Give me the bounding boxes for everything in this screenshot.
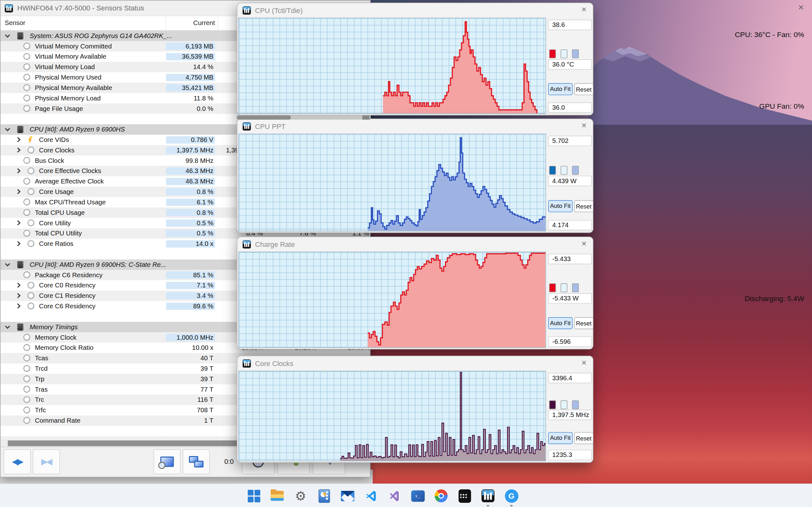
sensor-clock-icon	[23, 365, 30, 372]
series-color-swatch[interactable]	[549, 166, 556, 175]
sensor-clock-icon	[23, 406, 30, 413]
sensor-current-value: 0.5 %	[166, 219, 215, 227]
graph-color-swatches[interactable]	[549, 400, 579, 409]
graph-titlebar[interactable]: Core Clocks	[237, 356, 593, 371]
monitor-search-button[interactable]	[154, 449, 181, 474]
sensor-current-value: 4,750 MB	[166, 73, 215, 81]
expand-chevron-icon[interactable]	[15, 137, 20, 142]
auto-fit-button[interactable]: Auto Fit	[548, 200, 572, 212]
expand-columns-button[interactable]: ◀▶	[3, 449, 31, 474]
reset-button[interactable]: Reset	[574, 317, 594, 329]
collapse-chevron-icon[interactable]	[5, 33, 10, 38]
close-icon[interactable]: ×	[581, 239, 587, 249]
settings-gear-icon: ⚙	[295, 490, 306, 502]
sensor-clock-icon	[23, 230, 30, 236]
graph-titlebar[interactable]: CPU PPT	[237, 119, 593, 134]
voltage-bolt-icon	[28, 136, 33, 144]
background-color-swatch[interactable]	[560, 49, 567, 58]
taskbar: ⚙ ›_ G G ENG 23:48 23-Feb-23 1	[0, 484, 812, 507]
graph-plot-area[interactable]	[239, 371, 546, 461]
vscode-button[interactable]	[364, 489, 378, 503]
mail-button[interactable]	[340, 489, 354, 503]
sensor-clock-icon	[23, 376, 30, 382]
auto-fit-button[interactable]: Auto Fit	[548, 317, 572, 329]
ghelper-taskbar-button[interactable]: G	[504, 489, 518, 503]
background-color-swatch[interactable]	[560, 166, 567, 175]
sensor-current-value: 40 T	[166, 354, 215, 361]
windows-start-icon	[247, 490, 260, 502]
graph-plot-area[interactable]	[239, 134, 546, 232]
expand-chevron-icon[interactable]	[15, 147, 20, 153]
close-icon[interactable]: ×	[798, 2, 803, 13]
graph-titlebar[interactable]: CPU (Tctl/Tdie)	[237, 3, 593, 18]
grid-color-swatch[interactable]	[572, 49, 578, 58]
collapse-chevron-icon[interactable]	[5, 126, 10, 131]
close-icon[interactable]: ×	[581, 358, 587, 368]
powershell-icon: ›_	[411, 490, 425, 502]
graph-title: Core Clocks	[255, 360, 293, 368]
graph-color-swatches[interactable]	[549, 166, 579, 175]
expand-chevron-icon[interactable]	[15, 293, 20, 298]
expand-chevron-icon[interactable]	[15, 189, 20, 194]
graph-horizontal-scrollbar[interactable]	[237, 115, 371, 119]
ghelper-icon: G	[505, 489, 518, 503]
hwinfo-app-icon	[5, 4, 13, 12]
expand-chevron-icon[interactable]	[15, 220, 20, 225]
visual-studio-button[interactable]	[387, 489, 401, 503]
sensor-clock-icon	[28, 240, 34, 247]
graph-current-value: 1,397.5 MHz	[548, 410, 592, 420]
sensor-clock-icon	[23, 344, 30, 351]
remote-app-button[interactable]	[457, 489, 471, 503]
sensor-clock-icon	[23, 396, 30, 403]
start-button[interactable]	[247, 489, 261, 503]
visual-studio-icon	[388, 490, 400, 502]
collapse-columns-button[interactable]: ▶◀	[33, 449, 60, 474]
chrome-button[interactable]	[434, 489, 448, 503]
series-color-swatch[interactable]	[549, 400, 556, 409]
graph-max-value: 38.6	[548, 20, 592, 30]
grid-color-swatch[interactable]	[572, 283, 578, 292]
chrome-icon	[435, 489, 448, 502]
expand-chevron-icon[interactable]	[15, 168, 20, 173]
graph-plot-area[interactable]	[239, 251, 546, 348]
file-explorer-button[interactable]	[270, 489, 284, 503]
sensor-clock-icon	[28, 167, 34, 174]
powershell-button[interactable]: ›_	[411, 489, 425, 503]
collapse-chevron-icon[interactable]	[5, 324, 10, 329]
graph-color-swatches[interactable]	[549, 283, 579, 292]
column-current[interactable]: Current	[165, 19, 215, 26]
monitoring-app-icon	[318, 489, 329, 503]
reset-button[interactable]: Reset	[574, 432, 594, 444]
expand-chevron-icon[interactable]	[15, 283, 20, 288]
graph-plot-area[interactable]	[239, 18, 546, 114]
background-color-swatch[interactable]	[560, 283, 567, 292]
collapse-chevron-icon[interactable]	[5, 262, 10, 267]
graph-titlebar[interactable]: Charge Rate	[237, 237, 593, 251]
column-sensor[interactable]: Sensor	[5, 19, 26, 26]
graph-color-swatches[interactable]	[549, 49, 579, 58]
monitoring-app-button[interactable]	[317, 489, 331, 503]
cpu-temp-fan-status: CPU: 36°C - Fan: 0%	[735, 30, 804, 38]
expand-chevron-icon[interactable]	[15, 303, 20, 308]
expand-chevron-icon[interactable]	[15, 241, 20, 246]
sensor-clock-icon	[23, 209, 30, 216]
discharge-status: Discharging: 5.4W	[745, 294, 804, 302]
auto-fit-button[interactable]: Auto Fit	[548, 83, 572, 95]
graph-title: Charge Rate	[255, 240, 295, 248]
series-color-swatch[interactable]	[549, 49, 556, 58]
close-icon[interactable]: ×	[581, 5, 587, 15]
remote-app-icon	[458, 489, 471, 503]
settings-button[interactable]: ⚙	[294, 489, 308, 503]
auto-fit-button[interactable]: Auto Fit	[548, 432, 572, 444]
scrollbar-thumb[interactable]	[237, 115, 291, 119]
reset-button[interactable]: Reset	[574, 200, 594, 212]
grid-color-swatch[interactable]	[572, 166, 578, 175]
close-icon[interactable]: ×	[581, 121, 587, 131]
grid-color-swatch[interactable]	[572, 400, 578, 409]
reset-button[interactable]: Reset	[574, 83, 594, 95]
chip-icon	[17, 261, 23, 268]
remote-monitor-button[interactable]	[183, 449, 210, 474]
series-color-swatch[interactable]	[549, 283, 556, 292]
hwinfo-taskbar-button[interactable]	[481, 489, 495, 503]
background-color-swatch[interactable]	[560, 400, 567, 409]
